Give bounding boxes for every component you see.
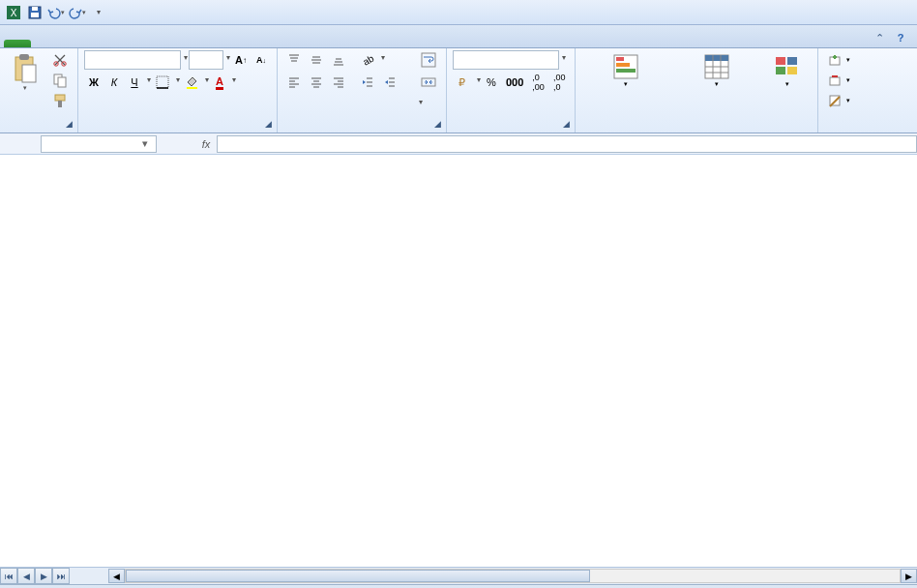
redo-icon[interactable]: ▾: [68, 3, 87, 22]
name-box[interactable]: ▾: [41, 135, 157, 153]
svg-rect-51: [616, 69, 636, 73]
excel-icon[interactable]: X: [4, 3, 23, 22]
hscroll-right-icon[interactable]: ▶: [901, 569, 917, 583]
hscroll-left-icon[interactable]: ◀: [108, 569, 125, 583]
decrease-decimal-button[interactable]: ,00,0: [549, 73, 570, 92]
shrink-font-button[interactable]: A↓: [251, 50, 271, 70]
hscroll-thumb[interactable]: [126, 570, 590, 582]
horizontal-scrollbar[interactable]: ◀ ▶: [108, 568, 917, 584]
italic-button[interactable]: К: [104, 73, 124, 92]
increase-decimal-button[interactable]: ,0,00: [528, 73, 548, 92]
tab-nav-first-button[interactable]: ⏮: [0, 568, 17, 584]
font-name-selector[interactable]: [84, 50, 181, 70]
fontcolor-dd-icon[interactable]: [230, 73, 236, 92]
copy-button[interactable]: [48, 71, 72, 90]
font-size-dropdown-icon[interactable]: [224, 50, 230, 70]
align-left-button[interactable]: [283, 73, 305, 92]
indent-decrease-button[interactable]: [357, 73, 378, 92]
namebox-dd-icon[interactable]: ▾: [138, 137, 152, 150]
number-format-selector[interactable]: [453, 50, 559, 70]
svg-text:₽: ₽: [458, 76, 465, 88]
cut-button[interactable]: [48, 50, 72, 70]
align-right-button[interactable]: [328, 73, 349, 92]
font-group: A↑ A↓ Ж К Ч A ◢: [78, 48, 278, 132]
bold-button[interactable]: Ж: [84, 73, 104, 92]
svg-rect-6: [19, 54, 29, 60]
alignment-group: ab ◢: [278, 48, 447, 132]
table-icon: [703, 53, 730, 80]
ribbon: ▾ ◢ A↑ A↓ Ж К Ч: [0, 48, 917, 133]
clipboard-group: ▾ ◢: [0, 48, 78, 132]
orientation-button[interactable]: ab: [357, 50, 378, 70]
tab-nav-next-button[interactable]: ▶: [35, 568, 52, 584]
merge-dd-icon[interactable]: [417, 95, 440, 106]
grow-font-button[interactable]: A↑: [231, 50, 251, 70]
font-launcher-icon[interactable]: ◢: [262, 119, 274, 131]
svg-text:ab: ab: [361, 53, 374, 67]
tab-nav-last-button[interactable]: ⏭: [52, 568, 70, 584]
svg-rect-59: [787, 57, 797, 65]
cond-format-icon: [612, 53, 639, 80]
svg-rect-53: [705, 55, 728, 61]
save-icon[interactable]: [25, 3, 44, 22]
delete-cells-button[interactable]: ▾: [824, 71, 854, 90]
tab-nav-prev-button[interactable]: ◀: [17, 568, 35, 584]
title-bar: X ▾ ▾ ▾: [0, 0, 917, 25]
svg-rect-13: [58, 101, 62, 107]
format-cells-button[interactable]: ▾: [824, 91, 854, 110]
font-size-selector[interactable]: [189, 50, 223, 70]
align-launcher-icon[interactable]: ◢: [431, 119, 443, 131]
number-launcher-icon[interactable]: ◢: [560, 119, 572, 131]
acct-dd-icon[interactable]: [475, 73, 481, 92]
fill-dd-icon[interactable]: [203, 73, 209, 92]
numfmt-dd-icon[interactable]: [560, 50, 566, 70]
hscroll-track[interactable]: [125, 569, 901, 583]
undo-icon[interactable]: ▾: [46, 3, 66, 22]
indent-increase-button[interactable]: [379, 73, 400, 92]
clipboard-launcher-icon[interactable]: ◢: [63, 119, 74, 131]
format-as-table-button[interactable]: ▾: [674, 50, 759, 91]
font-group-label: ◢: [84, 130, 271, 132]
insert-function-button[interactable]: fx: [195, 138, 217, 150]
insert-cells-button[interactable]: ▾: [824, 50, 854, 70]
svg-rect-46: [422, 78, 435, 86]
underline-button[interactable]: Ч: [125, 73, 144, 92]
file-tab[interactable]: [4, 40, 31, 47]
svg-rect-12: [55, 95, 65, 101]
wrap-text-button[interactable]: [417, 50, 440, 70]
ribbon-minimize-icon[interactable]: ⌃: [871, 29, 888, 46]
format-painter-button[interactable]: [48, 91, 72, 110]
border-button[interactable]: [152, 73, 173, 92]
comma-format-button[interactable]: 000: [502, 73, 527, 92]
conditional-formatting-button[interactable]: ▾: [581, 50, 670, 91]
svg-rect-61: [787, 67, 797, 74]
svg-rect-58: [776, 57, 785, 65]
brush-icon: [52, 93, 68, 108]
align-top-button[interactable]: [283, 50, 305, 70]
cell-styles-button[interactable]: ▾: [763, 50, 812, 91]
font-name-dropdown-icon[interactable]: [182, 50, 188, 70]
help-icon[interactable]: ?: [892, 29, 909, 46]
formula-input[interactable]: [217, 135, 917, 153]
qat-customize-icon[interactable]: ▾: [89, 3, 108, 22]
font-color-button[interactable]: A: [210, 73, 229, 92]
svg-rect-14: [157, 76, 168, 88]
svg-rect-11: [58, 77, 66, 87]
insert-icon: [828, 53, 842, 67]
border-dd-icon[interactable]: [174, 73, 180, 92]
sheet-tab-bar: ⏮ ◀ ▶ ⏭ ◀ ▶: [0, 567, 917, 584]
accounting-format-button[interactable]: ₽: [453, 73, 474, 92]
percent-format-button[interactable]: %: [482, 73, 501, 92]
merge-center-button[interactable]: [417, 73, 440, 92]
orient-dd-icon[interactable]: [379, 50, 385, 70]
align-center-button[interactable]: [306, 73, 327, 92]
clipboard-label: ◢: [6, 130, 72, 132]
align-bottom-button[interactable]: [328, 50, 349, 70]
fill-color-button[interactable]: [181, 73, 202, 92]
svg-rect-50: [616, 63, 630, 67]
underline-dd-icon[interactable]: [145, 73, 151, 92]
align-middle-button[interactable]: [306, 50, 327, 70]
svg-rect-3: [32, 7, 38, 11]
svg-rect-7: [22, 65, 36, 82]
paste-button[interactable]: ▾: [6, 50, 44, 95]
